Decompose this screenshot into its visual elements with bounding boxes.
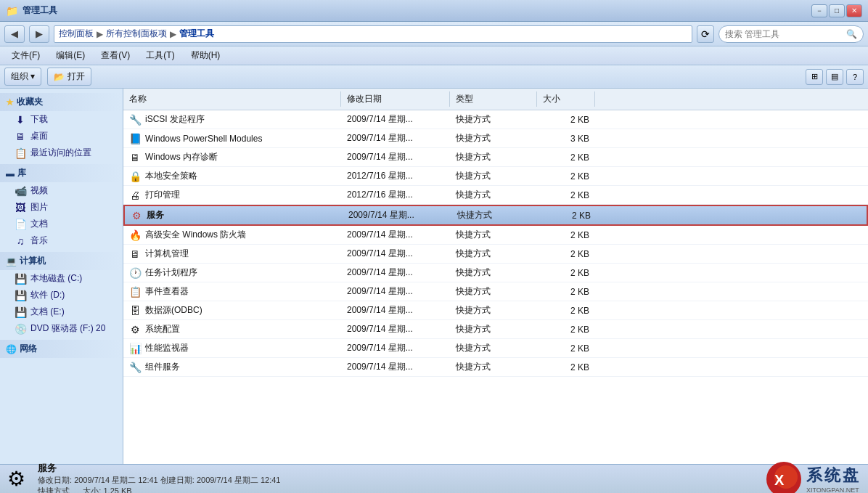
breadcrumb-controlpanel: 控制面板 [59, 28, 94, 40]
modify-label: 修改日期: [38, 476, 72, 484]
services-type: 快捷方式 [451, 208, 539, 223]
menu-edit[interactable]: 编辑(E) [49, 48, 92, 63]
table-row[interactable]: 📊 性能监视器 2009/7/14 星期... 快捷方式 2 KB [123, 339, 868, 358]
watermark-brand: 系统盘 [806, 465, 861, 486]
table-row[interactable]: 🗄 数据源(ODBC) 2009/7/14 星期... 快捷方式 2 KB [123, 301, 868, 320]
create-date: 2009/7/14 星期二 12:41 [197, 476, 281, 484]
status-type: 快捷方式 [38, 486, 70, 494]
sidebar-item-pictures[interactable]: 🖼 图片 [0, 199, 123, 216]
drive-f-icon: 💿 [15, 323, 26, 335]
file-icon: 🖥 [129, 152, 141, 163]
sidebar-item-drive-d[interactable]: 💾 软件 (D:) [0, 287, 123, 303]
table-row[interactable]: 🖥 Windows 内存诊断 2009/7/14 星期... 快捷方式 2 KB [123, 148, 868, 167]
download-icon: ⬇ [15, 114, 26, 126]
help-button[interactable]: ? [846, 69, 864, 85]
file-icon: 🔧 [129, 114, 141, 126]
sidebar-network-header: 🌐 网络 [0, 340, 123, 358]
col-header-type[interactable]: 类型 [450, 91, 537, 107]
maximize-button[interactable]: □ [829, 4, 845, 17]
search-input[interactable] [725, 29, 843, 39]
open-button[interactable]: 📂 打开 [47, 68, 91, 86]
back-button[interactable]: ◀ [4, 25, 25, 43]
svg-text:X: X [774, 472, 785, 488]
star-icon: ★ [6, 97, 14, 107]
forward-button[interactable]: ▶ [29, 25, 49, 43]
file-icon: 📘 [129, 133, 141, 144]
file-icon: 🖥 [129, 248, 141, 260]
col-header-size[interactable]: 大小 [537, 91, 595, 107]
sidebar-library-header: ▬ 库 [0, 164, 123, 182]
file-icon: 📊 [129, 343, 141, 354]
file-icon: 🔧 [129, 362, 141, 373]
refresh-button[interactable]: ⟳ [697, 25, 714, 43]
sidebar-item-drive-c[interactable]: 💾 本地磁盘 (C:) [0, 270, 123, 287]
sidebar-item-documents[interactable]: 📄 文档 [0, 216, 123, 232]
drive-c-icon: 💾 [15, 273, 26, 285]
col-header-date[interactable]: 修改日期 [341, 91, 450, 107]
video-icon: 📹 [15, 185, 26, 197]
sidebar-item-videos[interactable]: 📹 视频 [0, 182, 123, 199]
table-row[interactable]: ⚙ 系统配置 2009/7/14 星期... 快捷方式 2 KB [123, 320, 868, 339]
sidebar-item-desktop[interactable]: 🖥 桌面 [0, 128, 123, 144]
view-list-button[interactable]: ▤ [826, 69, 843, 85]
status-info: 服务 修改日期: 2009/7/14 星期二 12:41 创建日期: 2009/… [38, 462, 758, 494]
file-icon: 🖨 [129, 190, 141, 201]
toolbar-right: ⊞ ▤ ? [806, 69, 864, 85]
table-row[interactable]: 🔧 组件服务 2009/7/14 星期... 快捷方式 2 KB [123, 358, 868, 377]
table-row-services[interactable]: ⚙ 服务 2009/7/14 星期... 快捷方式 2 KB [123, 205, 868, 226]
minimize-button[interactable]: － [811, 4, 827, 17]
menu-tools[interactable]: 工具(T) [139, 48, 181, 63]
sidebar-network: 🌐 网络 [0, 340, 123, 358]
table-row[interactable]: 🔥 高级安全 Windows 防火墙 2009/7/14 星期... 快捷方式 … [123, 226, 868, 245]
table-row[interactable]: 📋 事件查看器 2009/7/14 星期... 快捷方式 2 KB [123, 282, 868, 301]
table-row[interactable]: 🕐 任务计划程序 2009/7/14 星期... 快捷方式 2 KB [123, 264, 868, 282]
status-type-size: 快捷方式 大小: 1.25 KB [38, 486, 758, 494]
table-row[interactable]: 🔒 本地安全策略 2012/7/16 星期... 快捷方式 2 KB [123, 167, 868, 186]
sidebar-computer-header: 💻 计算机 [0, 252, 123, 270]
sidebar-favorites: ★ 收藏夹 ⬇ 下载 🖥 桌面 📋 最近访问的位置 [0, 93, 123, 161]
table-row[interactable]: 🖨 打印管理 2012/7/16 星期... 快捷方式 2 KB [123, 186, 868, 205]
modify-date: 2009/7/14 星期二 12:41 [74, 476, 158, 484]
sidebar-favorites-header: ★ 收藏夹 [0, 93, 123, 111]
status-filename: 服务 [38, 462, 758, 475]
documents-icon: 📄 [15, 219, 26, 230]
watermark-text-block: 系统盘 XITONGPAN.NET [806, 465, 861, 494]
file-icon: 🔥 [129, 229, 141, 241]
search-box[interactable]: 🔍 [718, 25, 864, 43]
table-row[interactable]: 🔧 iSCSI 发起程序 2009/7/14 星期... 快捷方式 2 KB [123, 110, 868, 129]
sidebar-item-downloads[interactable]: ⬇ 下载 [0, 111, 123, 128]
toolbar: 组织 ▾ 📂 打开 ⊞ ▤ ? [0, 65, 868, 89]
menu-file[interactable]: 文件(F) [4, 48, 47, 63]
watermark-url: XITONGPAN.NET [806, 486, 861, 494]
recent-icon: 📋 [15, 147, 26, 159]
menu-help[interactable]: 帮助(H) [184, 48, 228, 63]
sidebar-item-drive-f[interactable]: 💿 DVD 驱动器 (F:) 20 [0, 320, 123, 337]
close-button[interactable]: ✕ [846, 4, 862, 17]
file-icon: 🕐 [129, 267, 141, 279]
address-path[interactable]: 控制面板 ▶ 所有控制面板项 ▶ 管理工具 [54, 25, 692, 43]
table-row[interactable]: 📘 Windows PowerShell Modules 2009/7/14 星… [123, 129, 868, 148]
status-details: 修改日期: 2009/7/14 星期二 12:41 创建日期: 2009/7/1… [38, 475, 758, 486]
create-label: 创建日期: [160, 476, 195, 484]
open-label: 打开 [67, 70, 85, 83]
sidebar-item-recent[interactable]: 📋 最近访问的位置 [0, 144, 123, 161]
address-bar: ◀ ▶ 控制面板 ▶ 所有控制面板项 ▶ 管理工具 ⟳ 🔍 [0, 22, 868, 46]
menu-view[interactable]: 查看(V) [94, 48, 137, 63]
organize-button[interactable]: 组织 ▾ [4, 68, 41, 86]
sidebar-item-music[interactable]: ♫ 音乐 [0, 232, 123, 249]
file-icon: 🔒 [129, 171, 141, 182]
sidebar: ★ 收藏夹 ⬇ 下载 🖥 桌面 📋 最近访问的位置 ▬ 库 📹 [0, 89, 123, 464]
title-bar-left: 📁 管理工具 [6, 4, 57, 17]
window-icon: 📁 [6, 5, 18, 17]
file-icon: ⚙ [129, 324, 141, 335]
view-icon-button[interactable]: ⊞ [806, 69, 823, 85]
file-icon: 📋 [129, 286, 141, 298]
drive-d-icon: 💾 [15, 290, 26, 301]
col-header-name[interactable]: 名称 [123, 91, 341, 107]
open-icon: 📂 [54, 72, 65, 82]
services-date: 2009/7/14 星期... [343, 208, 451, 223]
sidebar-item-drive-e[interactable]: 💾 文档 (E:) [0, 303, 123, 320]
table-row[interactable]: 🖥 计算机管理 2009/7/14 星期... 快捷方式 2 KB [123, 245, 868, 264]
desktop-icon: 🖥 [15, 131, 26, 142]
window-title: 管理工具 [22, 4, 57, 17]
